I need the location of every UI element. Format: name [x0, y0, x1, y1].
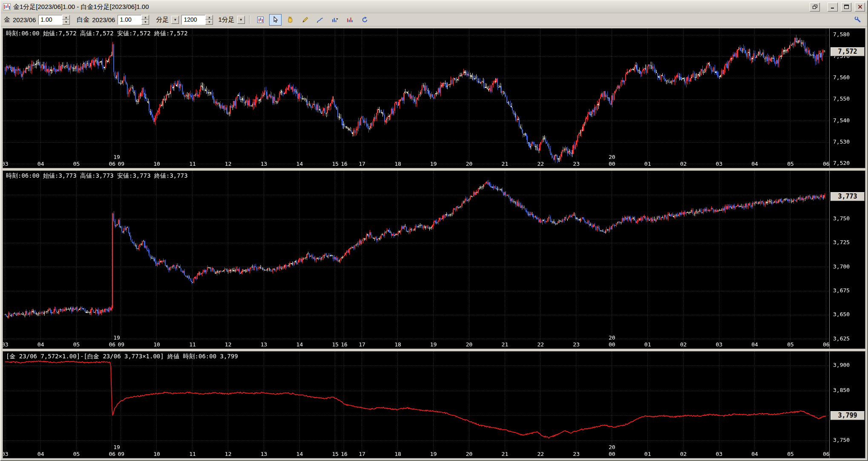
platinum-ratio-spinner: ▲ ▼ — [118, 15, 149, 25]
gold-contract-label: 2023/06 — [13, 16, 36, 23]
spread-info: [金 23/06 7,572×1.00]-[白金 23/06 3,773×1.0… — [6, 353, 238, 360]
platinum-ratio-input[interactable] — [118, 15, 141, 25]
hand-pan-icon — [287, 16, 294, 23]
gold-ratio-spinner: ▲ ▼ — [38, 15, 70, 25]
refresh-icon — [361, 16, 368, 23]
select-tool-button[interactable] — [269, 14, 282, 26]
gold-chart-canvas[interactable] — [3, 29, 865, 168]
minimize-button[interactable] — [828, 3, 838, 12]
platinum-ratio-up-button[interactable]: ▲ — [141, 15, 149, 20]
timeframe-label: 1分足 — [218, 16, 234, 24]
interval-type-label: 分足 — [156, 16, 169, 24]
gold-ratio-spin-buttons: ▲ ▼ — [62, 15, 70, 25]
gold-last-price-box: 7,572 — [831, 47, 865, 56]
chart-area: 時刻:06:00 始値:7,572 高値:7,572 安値:7,572 終値:7… — [1, 26, 867, 460]
float-window-button[interactable] — [810, 3, 820, 12]
gold-ratio-input[interactable] — [38, 15, 62, 25]
spread-chart-canvas[interactable] — [3, 352, 865, 458]
title-bar[interactable]: 金1分足[2023/06]1.00 - 白金1分足[2023/06]1.00 — [1, 1, 867, 13]
toolbar: 金 2023/06 ▲ ▼ 白金 2023/06 ▲ ▼ 分足 ▼ ▲ ▼ — [1, 13, 867, 26]
new-chart-icon — [257, 16, 264, 23]
refresh-button[interactable] — [359, 14, 371, 26]
pencil-tool-button[interactable] — [299, 14, 311, 26]
minimize-icon — [831, 5, 835, 9]
spread-last-price-box: 3,799 — [831, 411, 865, 420]
histogram-icon — [346, 16, 354, 23]
bar-count-down-button[interactable]: ▼ — [205, 20, 213, 25]
select-cursor-icon — [272, 16, 279, 23]
freehand-tool-button[interactable] — [314, 14, 326, 26]
spread-chart-panel: [金 23/06 7,572×1.00]-[白金 23/06 3,773×1.0… — [3, 351, 865, 458]
pencil-icon — [302, 16, 309, 23]
platinum-chart-panel: 時刻:06:00 始値:3,773 高値:3,773 安値:3,773 終値:3… — [3, 170, 865, 349]
gold-ratio-down-button[interactable]: ▼ — [62, 20, 70, 25]
timeframe-dropdown-button[interactable]: ▼ — [237, 16, 245, 24]
new-chart-button[interactable] — [254, 14, 267, 26]
platinum-ratio-down-button[interactable]: ▼ — [141, 20, 149, 25]
toolbar-separator — [249, 15, 250, 24]
histogram-tool-button[interactable] — [344, 14, 356, 26]
bar-count-spin-buttons: ▲ ▼ — [205, 15, 213, 25]
maximize-icon — [844, 5, 849, 9]
platinum-symbol-label: 白金 — [77, 16, 89, 24]
settings-wrench-button[interactable] — [852, 14, 864, 26]
platinum-chart-canvas[interactable] — [3, 171, 865, 349]
bar-count-spinner: ▲ ▼ — [181, 15, 213, 25]
bar-count-up-button[interactable]: ▲ — [205, 15, 213, 20]
close-button[interactable] — [855, 3, 865, 12]
indicator-bars-icon — [331, 16, 339, 23]
platinum-contract-label: 2023/06 — [92, 16, 115, 23]
indicator-dropdown-button[interactable] — [329, 14, 341, 26]
gold-chart-panel: 時刻:06:00 始値:7,572 高値:7,572 安値:7,572 終値:7… — [3, 28, 865, 168]
float-window-icon — [813, 5, 817, 9]
platinum-last-price-box: 3,773 — [831, 192, 865, 201]
gold-ohlc-info: 時刻:06:00 始値:7,572 高値:7,572 安値:7,572 終値:7… — [6, 30, 188, 37]
interval-type-dropdown-button[interactable]: ▼ — [171, 16, 179, 24]
window-title: 金1分足[2023/06]1.00 - 白金1分足[2023/06]1.00 — [13, 3, 807, 11]
freehand-line-icon — [316, 16, 324, 23]
close-icon — [858, 5, 862, 9]
gold-symbol-label: 金 — [4, 16, 10, 24]
platinum-ohlc-info: 時刻:06:00 始値:3,773 高値:3,773 安値:3,773 終値:3… — [6, 172, 188, 180]
wrench-settings-icon — [854, 16, 862, 23]
gold-ratio-up-button[interactable]: ▲ — [62, 15, 70, 20]
app-window: 金1分足[2023/06]1.00 - 白金1分足[2023/06]1.00 金 — [0, 0, 868, 461]
maximize-button[interactable] — [841, 3, 851, 12]
hand-tool-button[interactable] — [284, 14, 296, 26]
bar-count-input[interactable] — [181, 15, 205, 25]
app-icon — [3, 3, 11, 10]
platinum-ratio-spin-buttons: ▲ ▼ — [141, 15, 149, 25]
